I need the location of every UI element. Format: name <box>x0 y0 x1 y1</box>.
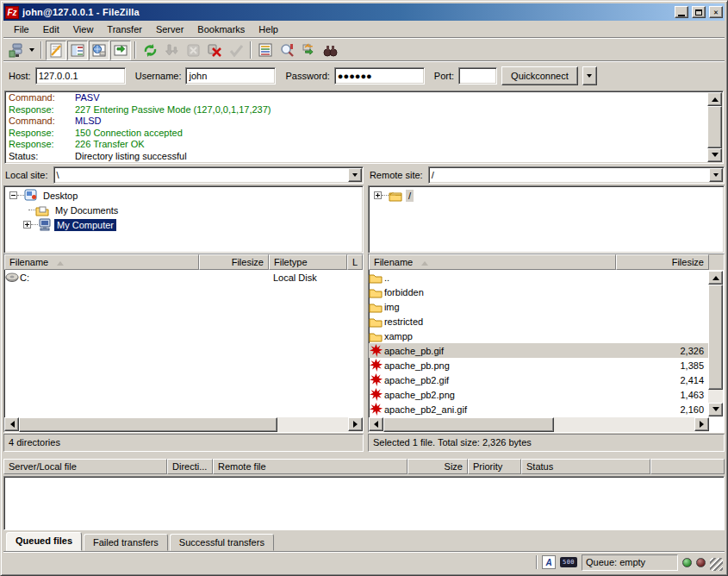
host-input[interactable] <box>35 67 126 85</box>
compare-button[interactable] <box>277 41 297 60</box>
remote-site-combo[interactable]: / <box>428 166 725 184</box>
log-scrollbar[interactable] <box>707 92 722 162</box>
menu-help[interactable]: Help <box>252 22 285 36</box>
directory-comparison-icon <box>280 43 295 58</box>
menu-edit[interactable]: Edit <box>36 22 66 36</box>
log-line: Response:226 Transfer OK <box>9 139 706 151</box>
file-row[interactable]: forbidden <box>369 285 709 299</box>
scroll-thumb[interactable] <box>708 285 723 390</box>
local-horizontal-scrollbar[interactable] <box>4 417 363 432</box>
remote-horizontal-scrollbar[interactable] <box>369 417 709 432</box>
column-remote-file[interactable]: Remote file <box>213 459 408 474</box>
reconnect-button[interactable] <box>226 41 246 60</box>
filter-button[interactable] <box>255 41 276 60</box>
port-input[interactable] <box>458 67 497 85</box>
menu-transfer[interactable]: Transfer <box>100 22 149 36</box>
file-row[interactable]: xampp <box>369 329 709 343</box>
scroll-thumb[interactable] <box>707 106 722 148</box>
resize-grip[interactable] <box>710 558 723 571</box>
queue-tabs: Queued files Failed transfers Successful… <box>3 531 725 551</box>
remote-treeview-icon <box>92 43 107 58</box>
toggle-remote-tree-button[interactable] <box>89 41 109 60</box>
column-status[interactable]: Status <box>521 459 650 474</box>
column-server-local-file[interactable]: Server/Local file <box>3 459 167 474</box>
toggle-log-button[interactable] <box>46 41 66 60</box>
computer-icon <box>38 218 52 231</box>
expand-icon[interactable] <box>374 191 382 199</box>
process-queue-button[interactable] <box>161 41 182 60</box>
tree-item-root[interactable]: / <box>369 188 724 203</box>
send-activity-led <box>696 558 706 567</box>
local-site-combo[interactable]: \ <box>53 166 364 184</box>
collapse-icon[interactable] <box>9 191 17 199</box>
tab-successful-transfers[interactable]: Successful transfers <box>170 534 274 551</box>
find-button[interactable] <box>320 41 340 60</box>
desktop-icon <box>24 189 38 202</box>
file-row[interactable]: apache_pb2.png 1,463 <box>369 387 709 402</box>
site-manager-button[interactable] <box>5 41 26 60</box>
queue-view-icon <box>114 43 128 58</box>
file-row[interactable]: restricted <box>369 314 709 329</box>
column-filetype[interactable]: Filetype <box>269 254 347 270</box>
remote-tree: / <box>368 185 725 254</box>
toggle-local-tree-button[interactable] <box>67 41 88 60</box>
refresh-button[interactable] <box>140 41 160 60</box>
quickconnect-dropdown[interactable] <box>582 66 597 85</box>
tab-failed-transfers[interactable]: Failed transfers <box>84 534 168 551</box>
column-filesize[interactable]: Filesize <box>616 254 709 270</box>
scroll-right-button[interactable] <box>694 417 709 431</box>
username-input[interactable] <box>185 67 276 85</box>
queue-status: Queue: empty <box>582 554 678 571</box>
column-filename[interactable]: Filename <box>369 254 616 270</box>
cancel-button[interactable] <box>183 41 203 60</box>
scroll-down-button[interactable] <box>708 403 723 416</box>
menu-bookmarks[interactable]: Bookmarks <box>190 22 252 36</box>
site-manager-dropdown[interactable] <box>27 41 37 60</box>
expand-icon[interactable] <box>23 221 31 229</box>
scroll-up-button[interactable] <box>708 271 723 285</box>
tree-item-desktop[interactable]: Desktop <box>4 188 363 203</box>
file-row[interactable]: img <box>369 299 709 314</box>
scroll-left-button[interactable] <box>4 417 19 431</box>
password-input[interactable] <box>334 67 425 85</box>
column-last-modified[interactable]: L <box>347 254 363 270</box>
file-row[interactable]: apache_pb.png 1,385 <box>369 358 709 373</box>
minimize-button[interactable] <box>675 6 688 18</box>
scroll-thumb[interactable] <box>383 417 554 432</box>
column-size[interactable]: Size <box>408 459 468 474</box>
scroll-right-button[interactable] <box>348 417 363 431</box>
column-direction[interactable]: Directi... <box>167 459 213 474</box>
scroll-left-button[interactable] <box>369 417 383 431</box>
image-file-icon <box>370 373 383 386</box>
tab-queued-files[interactable]: Queued files <box>6 532 82 551</box>
close-button[interactable]: ✕ <box>709 6 723 18</box>
remote-site-dropdown[interactable] <box>709 168 723 182</box>
toggle-queue-button[interactable] <box>110 41 131 60</box>
password-label: Password: <box>285 71 329 81</box>
column-filesize[interactable]: Filesize <box>199 254 269 270</box>
disconnect-button[interactable] <box>204 41 225 60</box>
local-site-dropdown[interactable] <box>348 168 362 182</box>
scroll-down-button[interactable] <box>707 148 722 162</box>
scroll-thumb[interactable] <box>19 417 277 432</box>
column-filename[interactable]: Filename <box>4 254 199 270</box>
scroll-up-button[interactable] <box>707 92 722 106</box>
title-bar[interactable]: Fz john@127.0.0.1 - FileZilla ✕ <box>3 3 725 21</box>
remote-vertical-scrollbar[interactable] <box>708 271 723 416</box>
column-priority[interactable]: Priority <box>468 459 521 474</box>
local-site-label: Local site: <box>3 170 51 180</box>
file-row[interactable]: .. <box>369 270 709 285</box>
menu-view[interactable]: View <box>66 22 101 36</box>
quickconnect-button[interactable]: Quickconnect <box>501 66 578 85</box>
menu-file[interactable]: File <box>7 22 36 36</box>
maximize-button[interactable] <box>692 6 706 18</box>
tree-item-my-computer[interactable]: My Computer <box>4 217 363 232</box>
tree-item-my-documents[interactable]: My Documents <box>4 203 363 217</box>
sync-browsing-button[interactable] <box>298 41 319 60</box>
folder-icon <box>369 272 383 284</box>
file-row[interactable]: apache_pb2.gif 2,414 <box>369 373 709 387</box>
menu-server[interactable]: Server <box>149 22 190 36</box>
drive-row[interactable]: C: Local Disk <box>4 270 363 285</box>
file-row-selected[interactable]: apache_pb.gif 2,326 <box>369 343 709 358</box>
file-row[interactable]: apache_pb2_ani.gif 2,160 <box>369 402 709 416</box>
